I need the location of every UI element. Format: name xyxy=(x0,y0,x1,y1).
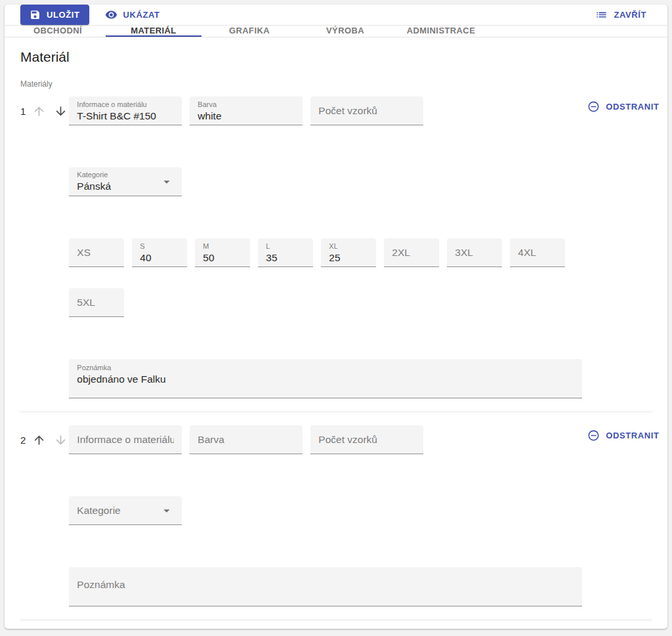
item-1-index: 1 xyxy=(20,106,26,117)
material-item-1: 1 Informace o materiálu xyxy=(20,96,652,398)
eye-icon xyxy=(105,9,117,21)
section-label: Materiály xyxy=(20,79,652,89)
form-card: ULOŽIT UKÁZAT ZAVŘÍT OBCHODNÍ MATERIÁL G… xyxy=(5,5,667,629)
item-1-size-l-label: L xyxy=(266,242,305,251)
tab-obchodni[interactable]: OBCHODNÍ xyxy=(10,26,106,37)
item-1-remove-label: ODSTRANIT xyxy=(606,102,659,112)
item-2-remove-col: ODSTRANIT xyxy=(582,425,664,446)
tab-vyroba[interactable]: VÝROBA xyxy=(297,26,393,37)
item-1-size-m-input[interactable] xyxy=(203,251,242,265)
item-1-category-value-wrap: Kategorie Pánská xyxy=(77,170,159,193)
item-1-size-m-label: M xyxy=(203,242,242,251)
item-2-note-input[interactable] xyxy=(77,578,574,591)
item-1-info-label: Informace o materiálu xyxy=(77,100,174,110)
item-1-size-l-input[interactable] xyxy=(266,251,305,265)
arrow-up-icon xyxy=(32,104,46,118)
dropdown-arrow-icon xyxy=(159,503,174,518)
item-2-category-value-wrap: Kategorie xyxy=(77,504,159,517)
item-1-size-4xl-field xyxy=(510,238,565,267)
item-1-color-label: Barva xyxy=(198,100,295,110)
save-button[interactable]: ULOŽIT xyxy=(20,5,89,25)
list-icon xyxy=(595,9,608,21)
remove-circle-icon xyxy=(587,100,600,113)
toolbar: ULOŽIT UKÁZAT ZAVŘÍT xyxy=(5,5,667,26)
material-section: Materiál Materiály 1 Informace xyxy=(5,37,667,629)
item-2-samples-input[interactable] xyxy=(318,433,415,446)
item-1-size-3xl-field xyxy=(447,238,502,267)
item-1-category-select[interactable]: Kategorie Pánská xyxy=(69,167,182,196)
preview-button[interactable]: UKÁZAT xyxy=(100,5,165,25)
item-1-info-input[interactable] xyxy=(77,110,174,123)
item-1-note-label: Poznámka xyxy=(77,363,574,373)
item-2-color-field xyxy=(190,425,303,454)
save-icon xyxy=(30,9,41,20)
item-1-size-3xl-input[interactable] xyxy=(455,246,494,259)
item-2-remove-label: ODSTRANIT xyxy=(606,431,659,440)
item-1-size-m-field: M xyxy=(195,238,250,267)
item-2-index: 2 xyxy=(20,435,26,446)
add-divider xyxy=(20,620,652,620)
item-1-category-label: Kategorie xyxy=(77,170,159,180)
tab-grafika[interactable]: GRAFIKA xyxy=(201,26,297,37)
arrow-up-icon xyxy=(32,433,46,447)
item-1-size-l-field: L xyxy=(258,238,313,267)
tab-bar: OBCHODNÍ MATERIÁL GRAFIKA VÝROBA ADMINIS… xyxy=(5,26,667,37)
item-1-fields: Informace o materiálu Barva Kategorie Pá… xyxy=(69,96,582,398)
item-1-order-controls: 1 xyxy=(20,96,69,125)
item-2-category-select[interactable]: Kategorie xyxy=(69,496,182,525)
item-1-size-s-input[interactable] xyxy=(140,251,179,265)
item-1-color-input[interactable] xyxy=(198,110,295,123)
item-1-move-up-button[interactable] xyxy=(31,103,47,119)
item-2-fields: Kategorie xyxy=(69,425,582,606)
item-1-size-xl-field: XL xyxy=(321,238,376,267)
item-1-size-5xl-input[interactable] xyxy=(77,296,116,309)
dropdown-arrow-icon xyxy=(159,175,174,189)
item-2-samples-field xyxy=(310,425,423,454)
tab-administrace[interactable]: ADMINISTRACE xyxy=(393,26,489,37)
item-1-size-xl-label: XL xyxy=(329,242,368,251)
item-2-category-placeholder: Kategorie xyxy=(77,505,120,516)
close-button[interactable]: ZAVŘÍT xyxy=(590,5,652,25)
item-2-note-field xyxy=(69,567,582,606)
item-1-color-field: Barva xyxy=(190,96,303,125)
item-1-size-xs-input[interactable] xyxy=(77,246,116,259)
item-1-size-5xl-field xyxy=(69,288,124,317)
item-1-size-2xl-input[interactable] xyxy=(392,246,431,259)
item-1-size-xs-field xyxy=(69,238,124,267)
item-2-order-controls: 2 xyxy=(20,425,69,454)
item-1-note-field: Poznámka xyxy=(69,359,582,398)
item-2-move-up-button[interactable] xyxy=(31,432,47,448)
item-1-size-xl-input[interactable] xyxy=(329,251,368,265)
item-2-info-field xyxy=(69,425,182,454)
item-2-move-down-button[interactable] xyxy=(52,432,69,448)
item-1-size-s-field: S xyxy=(132,238,187,267)
item-1-remove-button[interactable]: ODSTRANIT xyxy=(582,96,664,117)
item-1-note-input[interactable] xyxy=(77,373,574,386)
page-title: Materiál xyxy=(20,49,652,65)
item-1-samples-field xyxy=(310,96,423,125)
item-1-size-4xl-input[interactable] xyxy=(518,246,557,259)
item-1-size-2xl-field xyxy=(384,238,439,267)
item-1-samples-input[interactable] xyxy=(318,104,415,117)
tab-material[interactable]: MATERIÁL xyxy=(106,26,201,37)
item-1-size-s-label: S xyxy=(140,242,179,251)
item-1-category-value: Pánská xyxy=(77,180,111,192)
item-divider xyxy=(20,412,652,412)
item-2-color-input[interactable] xyxy=(198,433,295,446)
item-1-remove-col: ODSTRANIT xyxy=(582,96,664,117)
item-2-info-input[interactable] xyxy=(77,433,174,446)
arrow-down-icon xyxy=(54,433,68,447)
preview-button-label: UKÁZAT xyxy=(123,10,160,20)
material-item-2: 2 xyxy=(20,425,652,606)
item-1-info-field: Informace o materiálu xyxy=(69,96,182,125)
item-1-move-down-button[interactable] xyxy=(52,103,69,119)
close-button-label: ZAVŘÍT xyxy=(614,10,646,20)
save-button-label: ULOŽIT xyxy=(47,10,80,20)
arrow-down-icon xyxy=(54,104,68,118)
remove-circle-icon xyxy=(587,429,600,442)
item-2-remove-button[interactable]: ODSTRANIT xyxy=(582,425,664,446)
